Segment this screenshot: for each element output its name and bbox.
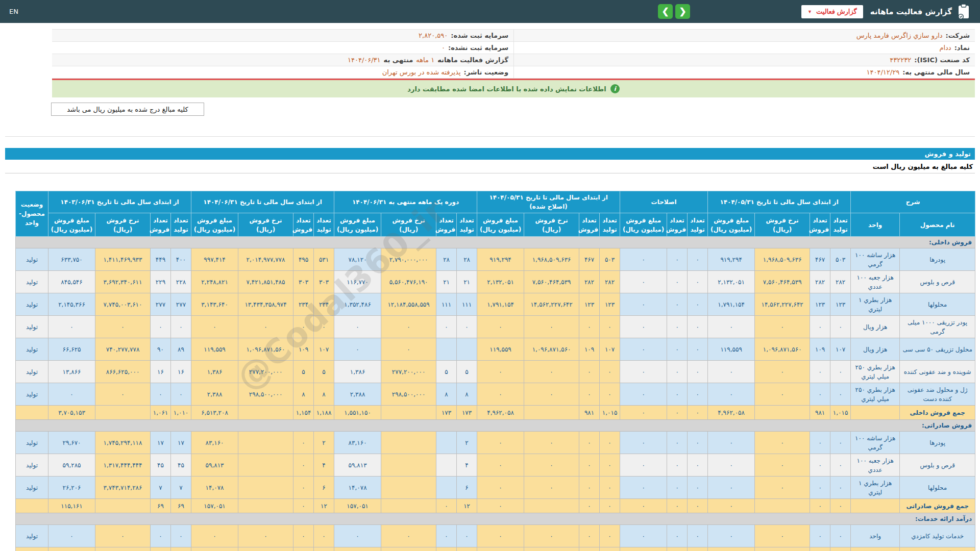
- value-cell: ۰: [48, 547, 95, 551]
- column-group-header: شرح: [851, 191, 975, 213]
- value-cell: ۰: [688, 406, 708, 420]
- value-cell: [381, 499, 436, 513]
- status-cell: تولید: [16, 477, 48, 499]
- value-cell: [238, 406, 293, 420]
- value-cell: ۱,۰۱۵: [600, 406, 620, 420]
- amounts-unit-button[interactable]: کلیه مبالغ درج شده به میلیون ریال می باش…: [51, 103, 204, 116]
- product-name-cell: جمع فروش داخلی: [900, 406, 975, 420]
- company-info-cell: وضعیت ناشر:پذیرفته شده در بورس تهران: [52, 66, 513, 79]
- column-header: مبلغ فروش (میلیون ریال): [708, 213, 755, 237]
- table-header: شرحاز ابتدای سال مالی تا تاریخ ۱۴۰۴/۰۵/۳…: [16, 191, 975, 237]
- table-row: قرص و بلوسهزار جعبه ۱۰۰ عددي۰۰۰۰۰۰۰۰۰۰۰۴…: [16, 454, 975, 477]
- value-cell: ۰: [755, 454, 810, 477]
- value-cell: ۰: [151, 383, 171, 406]
- column-header: نرخ فروش (ریال): [238, 213, 293, 237]
- info-value: پذیرفته شده در بورس تهران: [382, 68, 461, 76]
- value-cell: [95, 547, 151, 551]
- column-header: تعداد تولید: [457, 213, 477, 237]
- value-cell: ۵۹,۸۱۳: [191, 454, 238, 477]
- value-cell: ۱۷۳: [457, 406, 477, 420]
- column-group-header: از ابتدای سال مالی تا تاریخ ۱۴۰۳/۰۶/۳۱: [48, 191, 191, 213]
- column-header: مبلغ فروش (میلیون ریال): [334, 213, 381, 237]
- value-cell: ۰: [830, 383, 851, 406]
- value-cell: ۲۶,۲۰۶: [48, 477, 95, 499]
- value-cell: ۳۰۳: [314, 271, 334, 293]
- report-type-dropdown[interactable]: گزارش فعالیت ▼: [801, 5, 863, 18]
- value-cell: ۰: [708, 316, 755, 338]
- value-cell: ۳,۱۴۳,۶۴۰: [191, 293, 238, 316]
- unit-cell: هزار ویال: [851, 338, 900, 361]
- value-cell: ۱,۷۴۵,۲۹۴,۱۱۸: [95, 432, 151, 454]
- value-cell: ۰: [830, 454, 851, 477]
- value-cell: ۰: [334, 547, 381, 551]
- value-cell: ۰: [708, 477, 755, 499]
- value-cell: ۲,۱۳۲,۰۵۱: [708, 271, 755, 293]
- column-header: مبلغ فروش (میلیون ریال): [48, 213, 95, 237]
- value-cell: ۰: [48, 383, 95, 406]
- value-cell: ۰: [620, 271, 667, 293]
- product-name-cell: پودرها: [900, 248, 975, 271]
- value-cell: ۱۵۷,۰۵۱: [191, 499, 238, 513]
- info-label: وضعیت ناشر:: [464, 68, 508, 76]
- value-cell: ۰: [95, 383, 151, 406]
- value-cell: [436, 432, 457, 454]
- company-info-cell: گزارش فعالیت ماهانه ۱ ماههمنتهی به۱۴۰۴/۰…: [52, 54, 513, 66]
- value-cell: ۰: [810, 547, 830, 551]
- value-cell: [755, 547, 810, 551]
- value-cell: ۲۷۷: [171, 293, 191, 316]
- info-value: ۱۴۰۴/۰۶/۳۱: [348, 56, 381, 64]
- value-cell: ۰: [477, 361, 524, 383]
- previous-report-button[interactable]: ❮: [658, 4, 673, 19]
- value-cell: ۰: [457, 316, 477, 338]
- value-cell: ۰: [688, 316, 708, 338]
- value-cell: ۹۱۹,۲۹۴: [477, 248, 524, 271]
- value-cell: ۰: [171, 547, 191, 551]
- company-info-row: سال مالی منتهی به:۱۴۰۴/۱۲/۲۹وضعیت ناشر:پ…: [52, 66, 975, 79]
- value-cell: ۰: [334, 525, 381, 547]
- value-cell: ۰: [620, 361, 667, 383]
- value-cell: ۰: [620, 248, 667, 271]
- company-info-cell: سرمایه ثبت شده:۲,۸۲۰,۵۹۰: [52, 30, 513, 42]
- info-value: ۱۴۰۴/۱۲/۲۹: [867, 68, 900, 76]
- value-cell: ۸۴۵,۵۴۶: [48, 271, 95, 293]
- value-cell: ۰: [171, 383, 191, 406]
- production-sales-table-wrap: @Codal360_ir شرحاز ابتدای سال مالی تا تا…: [15, 191, 975, 551]
- column-header: تعداد تولید: [314, 213, 334, 237]
- value-cell: ۰: [600, 454, 620, 477]
- value-cell: [238, 477, 293, 499]
- product-name-cell: شوینده و ضد عفونی کننده: [900, 361, 975, 383]
- value-cell: ۱۱۹,۵۵۹: [191, 338, 238, 361]
- value-cell: ۰: [579, 383, 600, 406]
- table-row: پودر تزریقی ۱۰۰۰ میلی گرمیهزار ویال۰۰۰۰۰…: [16, 316, 975, 338]
- value-cell: [457, 338, 477, 361]
- value-cell: ۰: [436, 316, 457, 338]
- column-header: نرخ فروش (ریال): [381, 213, 436, 237]
- value-cell: ۱۴,۰۷۸: [334, 477, 381, 499]
- language-toggle[interactable]: EN: [9, 8, 18, 15]
- table-row: قرص و بلوسهزار جعبه ۱۰۰ عددي۲۸۲۲۸۲۷,۵۶۰,…: [16, 271, 975, 293]
- column-header: واحد: [851, 213, 900, 237]
- status-cell: تولید: [16, 361, 48, 383]
- value-cell: ۰: [620, 383, 667, 406]
- company-info-row: شرکت:دارو سازي زاگرس فارمد پارسسرمایه ثب…: [52, 30, 975, 42]
- value-cell: ۱,۳۸۶: [191, 361, 238, 383]
- value-cell: ۰: [830, 432, 851, 454]
- value-cell: ۱,۷۹۱,۱۵۴: [708, 293, 755, 316]
- value-cell: ۰: [191, 525, 238, 547]
- column-header: مبلغ فروش (میلیون ریال): [477, 213, 524, 237]
- value-cell: ۷,۵۶۰,۴۶۴,۵۳۹: [755, 271, 810, 293]
- section-label: درآمد ارائه خدمات:: [16, 513, 975, 525]
- value-cell: ۷: [171, 477, 191, 499]
- value-cell: ۰: [579, 477, 600, 499]
- value-cell: ۲,۱۴۵,۳۶۶: [48, 293, 95, 316]
- value-cell: ۰: [620, 432, 667, 454]
- value-cell: ۰: [708, 499, 755, 513]
- value-cell: ۰: [524, 383, 579, 406]
- column-group-header: وضعیت محصول-واحد: [16, 191, 48, 237]
- product-name-cell: قرص و بلوس: [900, 271, 975, 293]
- value-cell: ۰: [381, 316, 436, 338]
- value-cell: ۲۸۲: [579, 271, 600, 293]
- next-report-button[interactable]: ❯: [675, 4, 690, 19]
- value-cell: [381, 547, 436, 551]
- table-row: شوینده و ضد عفونی کنندههزار بطري ۲۵۰ ميل…: [16, 361, 975, 383]
